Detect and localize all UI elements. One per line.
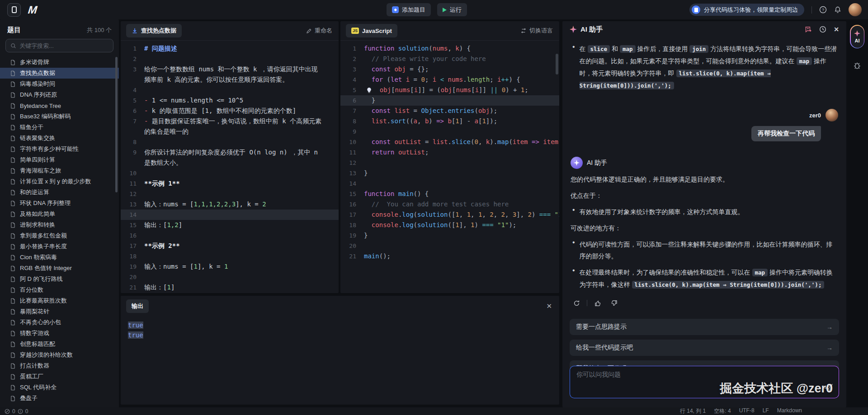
list-item[interactable]: 计算位置 x 到 y 的最少步数 xyxy=(0,176,119,187)
switch-language-button[interactable]: 切换语言 xyxy=(520,27,553,35)
list-item[interactable]: 拿到最多红包金额 xyxy=(0,230,119,241)
chat-area[interactable]: •在 slice 和 map 操作后，直接使用 join 方法将结果转换为字符串… xyxy=(562,37,846,309)
line-text: return outList; xyxy=(364,147,429,158)
line-text: 给你一个整数数组 nums 和一个整数 k ，请你返回其中出现 xyxy=(144,64,318,75)
help-icon[interactable]: ? xyxy=(819,6,827,14)
search-box[interactable] xyxy=(5,39,113,52)
list-item[interactable]: 蛋糕工厂 xyxy=(0,371,119,382)
list-item[interactable]: 猫鱼分干 xyxy=(0,122,119,133)
list-item[interactable]: 和的逆运算 xyxy=(0,187,119,198)
list-item[interactable]: RGB 色值转 Integer xyxy=(0,263,119,274)
ai-message-author: AI 助手 xyxy=(587,159,607,167)
notifications-bell-icon[interactable] xyxy=(834,6,841,14)
line-number: 18 xyxy=(121,251,144,261)
run-button[interactable]: 运行 xyxy=(437,3,467,16)
regenerate-icon[interactable] xyxy=(571,297,582,309)
line-text: const obj = {}; xyxy=(364,64,429,75)
line-number: 1 xyxy=(340,43,364,54)
indentation[interactable]: 空格: 4 xyxy=(714,407,731,415)
app-logo-icon[interactable] xyxy=(7,3,21,17)
markdown-line: 14 xyxy=(121,210,339,220)
sidebar-scrollbar[interactable] xyxy=(115,57,118,192)
markdown-line: 9你所设计算法的时间复杂度必须优于 O(n log n) ，其中 n xyxy=(121,147,339,158)
output-tab[interactable]: 输出 xyxy=(126,299,149,313)
debug-bug-icon[interactable] xyxy=(853,61,862,72)
ai-bullet-item: •在 slice 和 map 操作后，直接使用 join 方法将结果转换为字符串… xyxy=(572,43,838,92)
brand-logo[interactable]: M xyxy=(28,4,38,16)
list-item-label: 病毒感染时间 xyxy=(20,80,55,88)
list-item[interactable]: SQL 代码补全 xyxy=(0,382,119,393)
list-item[interactable]: 暴雨梨花针 xyxy=(0,306,119,317)
encoding[interactable]: UTF-8 xyxy=(739,407,755,415)
ai-assistant-button[interactable]: AI xyxy=(850,25,864,48)
list-item[interactable]: 最小替换子串长度 xyxy=(0,241,119,252)
list-item-label: 查找热点数据 xyxy=(20,69,55,77)
list-item-label: 链表聚集交换 xyxy=(20,134,55,142)
divider xyxy=(587,300,587,306)
rename-button[interactable]: 重命名 xyxy=(306,27,332,35)
eol-type[interactable]: LF xyxy=(763,407,769,415)
close-icon[interactable]: ✕ xyxy=(834,26,839,33)
list-item[interactable]: 穿越沙漠的补给次数 xyxy=(0,350,119,360)
ai-bullet-text: 代码的可读性方面，可以添加一些注释来解释关键步骤的作用，比如在计算频率的循环、排… xyxy=(580,238,838,262)
list-item[interactable]: 病毒感染时间 xyxy=(0,79,119,89)
list-item[interactable]: 查找热点数据 xyxy=(0,68,119,79)
ai-avatar xyxy=(571,157,583,169)
output-line: true xyxy=(128,330,552,340)
language-tab[interactable]: JS JavaScript xyxy=(346,24,397,37)
line-text: // You can add more test cases here xyxy=(364,199,509,210)
ai-bullet-text: 在 slice 和 map 操作后，直接使用 join 方法将结果转换为字符串，… xyxy=(580,43,838,92)
file-icon xyxy=(10,363,16,369)
suggestion-chip[interactable]: 给我一些代码提示吧→ xyxy=(570,340,839,356)
list-item[interactable]: 简单四则计算 xyxy=(0,154,119,165)
thumbs-down-icon[interactable] xyxy=(608,297,620,309)
file-icon xyxy=(10,190,16,196)
list-item[interactable]: 百分位数 xyxy=(0,284,119,295)
list-item[interactable]: 比赛最高获胜次数 xyxy=(0,295,119,306)
editor-scrollbar[interactable] xyxy=(556,54,558,75)
add-problem-button[interactable]: ◆ 添加题目 xyxy=(387,3,431,16)
list-item[interactable]: 进制求和转换 xyxy=(0,219,119,230)
thumbs-up-icon[interactable] xyxy=(592,297,604,309)
list-item[interactable]: Bytedance Tree xyxy=(0,100,119,111)
line-text: const outList = list.slice(0, k).map(ite… xyxy=(364,137,559,147)
suggestion-chip[interactable]: 需要一点思路提示→ xyxy=(570,319,839,335)
user-avatar[interactable] xyxy=(849,3,862,16)
list-item[interactable]: 环状 DNA 序列整理 xyxy=(0,198,119,209)
list-item[interactable]: 不再贪心的小包 xyxy=(0,317,119,328)
markdown-editor[interactable]: 1# 问题描述23给你一个整数数组 nums 和一个整数 k ，请你返回其中出现… xyxy=(121,41,339,293)
code-panel: JS JavaScript 切换语言 1function solution(nu… xyxy=(340,21,559,293)
line-number: 12 xyxy=(121,189,144,199)
list-item-label: 阿 D 的飞行路线 xyxy=(20,275,63,283)
switch-language-label: 切换语言 xyxy=(529,27,553,35)
history-icon[interactable] xyxy=(819,26,826,33)
description-tab[interactable]: 查找热点数据 xyxy=(126,24,182,37)
suggestion-label: 需要一点思路提示 xyxy=(576,323,627,331)
new-chat-icon[interactable] xyxy=(804,26,812,33)
code-editor[interactable]: 1function solution(nums, k) {2 // Please… xyxy=(340,41,559,261)
list-item[interactable]: 多米诺骨牌 xyxy=(0,57,119,68)
list-item[interactable]: 字符串有多少种可能性 xyxy=(0,144,119,154)
list-item[interactable]: Cion 勒索病毒 xyxy=(0,252,119,263)
language-mode[interactable]: Markdown xyxy=(777,407,802,415)
list-item[interactable]: 青海湖租车之旅 xyxy=(0,165,119,176)
chat-input[interactable] xyxy=(576,371,832,393)
list-item[interactable]: 创意标题匹配 xyxy=(0,339,119,350)
list-item[interactable]: DNA 序列还原 xyxy=(0,89,119,100)
list-item[interactable]: 链表聚集交换 xyxy=(0,133,119,144)
list-item[interactable]: 及格如此简单 xyxy=(0,209,119,219)
list-item[interactable]: 叠盘子 xyxy=(0,393,119,404)
sparkle-icon xyxy=(570,26,577,33)
list-item[interactable]: 猜数字游戏 xyxy=(0,328,119,339)
share-banner-button[interactable]: 分享代码练习体验，领限量定制周边 xyxy=(689,4,804,16)
list-item[interactable]: 阿 D 的飞行路线 xyxy=(0,274,119,284)
search-input[interactable] xyxy=(19,42,108,49)
line-number: 17 xyxy=(340,210,364,220)
send-icon[interactable] xyxy=(824,383,833,394)
list-item[interactable]: 打点计数器 xyxy=(0,360,119,371)
list-item[interactable]: Base32 编码和解码 xyxy=(0,111,119,122)
cursor-position[interactable]: 行 14, 列 1 xyxy=(680,407,706,415)
close-icon[interactable]: ✕ xyxy=(546,302,552,310)
file-icon xyxy=(10,60,16,65)
ai-message: •在 slice 和 map 操作后，直接使用 join 方法将结果转换为字符串… xyxy=(571,43,838,92)
